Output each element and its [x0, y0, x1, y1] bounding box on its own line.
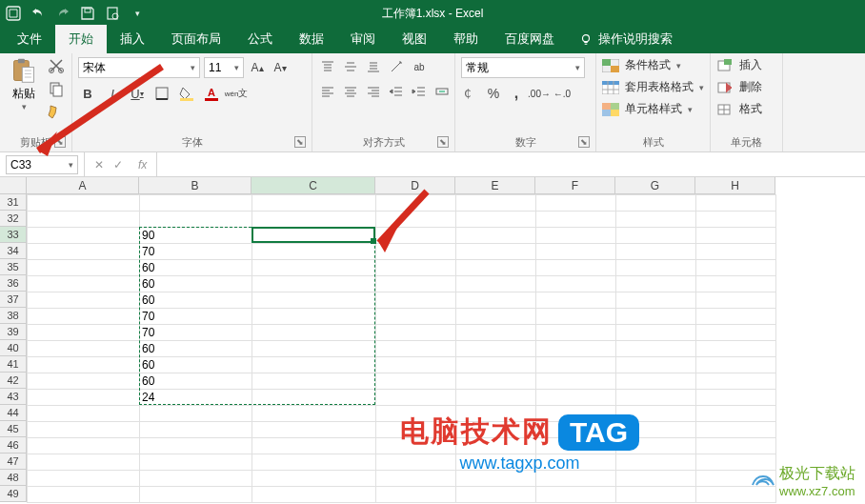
cell-E34[interactable] [456, 244, 536, 260]
cell-A39[interactable] [28, 325, 140, 341]
cell-E43[interactable] [456, 390, 536, 406]
cell-A37[interactable] [28, 292, 140, 309]
cell-A44[interactable] [28, 406, 140, 422]
cell-D39[interactable] [376, 325, 456, 341]
cell-D43[interactable] [376, 390, 456, 406]
cell-B46[interactable] [140, 438, 252, 454]
increase-decimal-icon[interactable]: .00→ [530, 84, 549, 103]
number-launcher[interactable]: ⬊ [578, 136, 590, 148]
cell-A33[interactable] [28, 228, 140, 244]
name-box[interactable]: C33▾ [6, 155, 78, 174]
cell-G42[interactable] [616, 373, 696, 390]
cell-H41[interactable] [696, 357, 776, 373]
cell-H43[interactable] [696, 390, 776, 406]
row-header-39[interactable]: 39 [0, 324, 27, 340]
cell-G41[interactable] [616, 357, 696, 373]
col-header-D[interactable]: D [375, 177, 455, 194]
cell-D38[interactable] [376, 309, 456, 325]
cell-A31[interactable] [28, 195, 140, 212]
cell-C35[interactable] [252, 260, 376, 276]
cell-B44[interactable] [140, 406, 252, 422]
cell-B37[interactable]: 60 [140, 292, 252, 309]
percent-icon[interactable]: % [484, 84, 503, 103]
tab-review[interactable]: 审阅 [337, 25, 389, 53]
row-header-42[interactable]: 42 [0, 373, 27, 389]
align-right-icon[interactable] [364, 82, 383, 101]
autosave-icon[interactable] [6, 6, 21, 21]
print-preview-icon[interactable] [105, 6, 120, 21]
cell-B40[interactable]: 60 [140, 341, 252, 357]
row-header-35[interactable]: 35 [0, 259, 27, 275]
cell-C44[interactable] [252, 406, 376, 422]
row-header-41[interactable]: 41 [0, 356, 27, 373]
tab-layout[interactable]: 页面布局 [158, 25, 234, 53]
cell-F33[interactable] [536, 228, 616, 244]
tab-formulas[interactable]: 公式 [234, 25, 286, 53]
cell-E49[interactable] [456, 487, 536, 503]
save-icon[interactable] [80, 6, 95, 21]
cell-H42[interactable] [696, 373, 776, 390]
italic-button[interactable]: I [103, 84, 122, 103]
conditional-format-button[interactable]: 条件格式▾ [602, 57, 704, 73]
cell-E35[interactable] [456, 260, 536, 276]
cell-A49[interactable] [28, 487, 140, 503]
cell-C31[interactable] [252, 195, 376, 212]
cell-A38[interactable] [28, 309, 140, 325]
wrap-text-icon[interactable]: ab [410, 57, 429, 76]
format-cells-button[interactable]: 格式 [716, 101, 762, 117]
align-left-icon[interactable] [318, 82, 337, 101]
clipboard-launcher[interactable]: ⬊ [54, 136, 66, 148]
col-header-C[interactable]: C [251, 177, 375, 194]
cell-C47[interactable] [252, 454, 376, 471]
font-name-combo[interactable]: 宋体▾ [78, 57, 200, 78]
cell-B32[interactable] [140, 212, 252, 228]
cell-A34[interactable] [28, 244, 140, 260]
cell-H31[interactable] [696, 195, 776, 212]
cell-H32[interactable] [696, 212, 776, 228]
cell-C46[interactable] [252, 438, 376, 454]
cell-A40[interactable] [28, 341, 140, 357]
cell-A35[interactable] [28, 260, 140, 276]
cell-E42[interactable] [456, 373, 536, 390]
cell-C39[interactable] [252, 325, 376, 341]
underline-button[interactable]: U ▾ [128, 84, 147, 103]
border-button[interactable] [152, 84, 171, 103]
cell-E40[interactable] [456, 341, 536, 357]
align-top-icon[interactable] [318, 57, 337, 76]
cell-A43[interactable] [28, 390, 140, 406]
cell-A45[interactable] [28, 422, 140, 438]
cell-C43[interactable] [252, 390, 376, 406]
row-header-48[interactable]: 48 [0, 470, 27, 486]
qat-dropdown-icon[interactable]: ▾ [130, 6, 145, 21]
cell-A42[interactable] [28, 373, 140, 390]
cell-B31[interactable] [140, 195, 252, 212]
cell-H34[interactable] [696, 244, 776, 260]
cell-C36[interactable] [252, 276, 376, 292]
cell-E33[interactable] [456, 228, 536, 244]
font-color-button[interactable]: A [202, 84, 221, 103]
tab-home[interactable]: 开始 [55, 25, 107, 53]
col-header-G[interactable]: G [615, 177, 695, 194]
align-launcher[interactable]: ⬊ [437, 136, 449, 148]
cell-F32[interactable] [536, 212, 616, 228]
cell-H46[interactable] [696, 438, 776, 454]
cell-G31[interactable] [616, 195, 696, 212]
row-header-46[interactable]: 46 [0, 437, 27, 454]
cell-H40[interactable] [696, 341, 776, 357]
cell-B33[interactable]: 90 [140, 228, 252, 244]
cell-C42[interactable] [252, 373, 376, 390]
cell-B41[interactable]: 60 [140, 357, 252, 373]
row-header-33[interactable]: 33 [0, 227, 27, 243]
fill-color-button[interactable] [177, 84, 196, 103]
cell-D37[interactable] [376, 292, 456, 309]
cell-C48[interactable] [252, 471, 376, 487]
cell-G34[interactable] [616, 244, 696, 260]
copy-icon[interactable] [48, 80, 65, 97]
row-header-37[interactable]: 37 [0, 292, 27, 308]
cell-E38[interactable] [456, 309, 536, 325]
align-middle-icon[interactable] [341, 57, 360, 76]
tell-me-search[interactable]: 操作说明搜索 [568, 25, 684, 53]
cell-B36[interactable]: 60 [140, 276, 252, 292]
cell-E39[interactable] [456, 325, 536, 341]
cell-H45[interactable] [696, 422, 776, 438]
